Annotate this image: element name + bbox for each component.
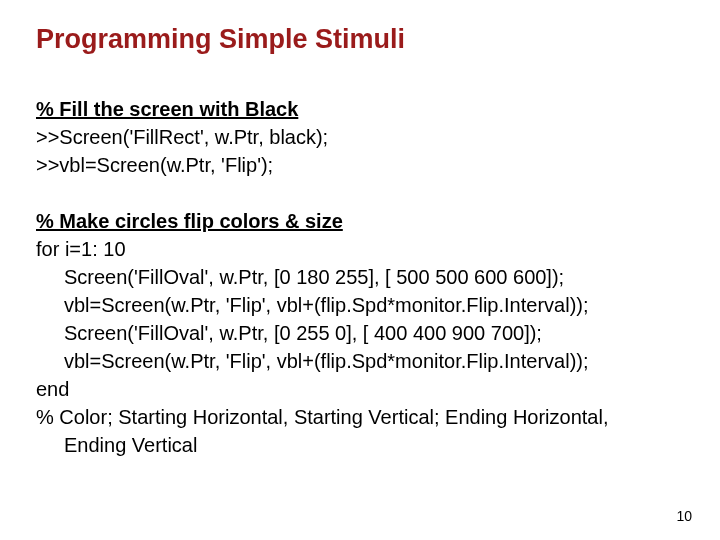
code-line: Screen('FillOval', w.Ptr, [0 255 0], [ 4…	[36, 319, 684, 347]
code-comment: % Color; Starting Horizontal, Starting V…	[36, 403, 684, 431]
code-line: Screen('FillOval', w.Ptr, [0 180 255], […	[36, 263, 684, 291]
code-line: vbl=Screen(w.Ptr, 'Flip', vbl+(flip.Spd*…	[36, 347, 684, 375]
code-block-fill-black: % Fill the screen with Black >>Screen('F…	[36, 95, 684, 179]
section-heading: % Make circles flip colors & size	[36, 207, 684, 235]
slide: Programming Simple Stimuli % Fill the sc…	[0, 0, 720, 540]
page-number: 10	[676, 508, 692, 524]
code-line: end	[36, 375, 684, 403]
code-block-circles: % Make circles flip colors & size for i=…	[36, 207, 684, 459]
code-line: vbl=Screen(w.Ptr, 'Flip', vbl+(flip.Spd*…	[36, 291, 684, 319]
code-line: for i=1: 10	[36, 235, 684, 263]
code-comment: Ending Vertical	[36, 431, 684, 459]
code-line: >>Screen('FillRect', w.Ptr, black);	[36, 123, 684, 151]
code-line: >>vbl=Screen(w.Ptr, 'Flip');	[36, 151, 684, 179]
slide-title: Programming Simple Stimuli	[36, 24, 684, 55]
section-heading: % Fill the screen with Black	[36, 95, 684, 123]
